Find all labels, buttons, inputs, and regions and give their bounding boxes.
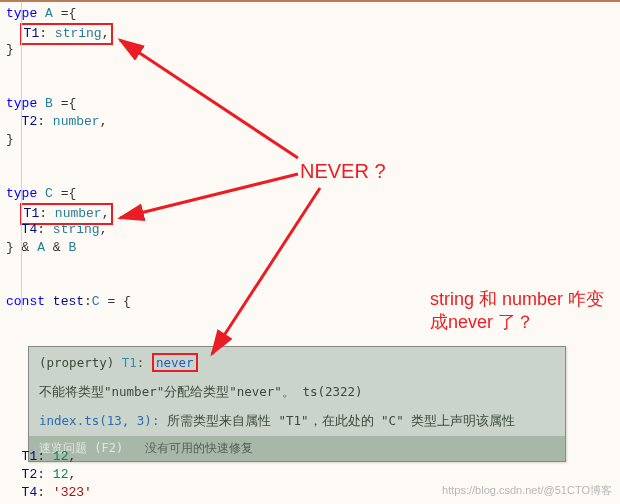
tooltip-signature: (property) T1: never xyxy=(29,347,565,378)
code-line: T1: string, xyxy=(6,23,620,41)
code-line: type C ={ xyxy=(6,185,620,203)
code-line: T1: number, xyxy=(6,203,620,221)
highlight-never: never xyxy=(152,353,198,372)
code-line: type A ={ xyxy=(6,5,620,23)
tooltip-error-line: index.ts(13, 3): 所需类型来自属性 "T1"，在此处的 "C" … xyxy=(29,407,565,436)
code-line: T1: 12, xyxy=(6,448,92,466)
fold-gutter xyxy=(21,2,22,311)
watermark: https://blog.csdn.net/@51CTO博客 xyxy=(442,483,612,498)
annotation-never: NEVER ? xyxy=(300,160,386,183)
blank-line xyxy=(6,59,620,77)
code-editor-continued[interactable]: T1: 12, T2: 12, T4: '323' xyxy=(6,448,92,502)
code-line: type B ={ xyxy=(6,95,620,113)
highlight-t1-string: T1: string, xyxy=(20,23,114,45)
code-editor[interactable]: type A ={ T1: string, } type B ={ T2: nu… xyxy=(0,2,620,311)
tooltip-error-line: 不能将类型"number"分配给类型"never"。 ts(2322) xyxy=(29,378,565,407)
annotation-question: string 和 number 咋变成never 了？ xyxy=(430,288,610,335)
hover-tooltip: (property) T1: never 不能将类型"number"分配给类型"… xyxy=(28,346,566,462)
blank-line xyxy=(6,77,620,95)
code-line: T2: 12, xyxy=(6,466,92,484)
code-line: } & A & B xyxy=(6,239,620,257)
code-line: T4: '323' xyxy=(6,484,92,502)
code-line: T2: number, xyxy=(6,113,620,131)
tooltip-quickfix-bar[interactable]: 速览问题 (F2) 没有可用的快速修复 xyxy=(29,436,565,461)
no-quickfix-label: 没有可用的快速修复 xyxy=(145,441,253,455)
code-line: } xyxy=(6,131,620,149)
blank-line xyxy=(6,257,620,275)
code-line: T4: string, xyxy=(6,221,620,239)
